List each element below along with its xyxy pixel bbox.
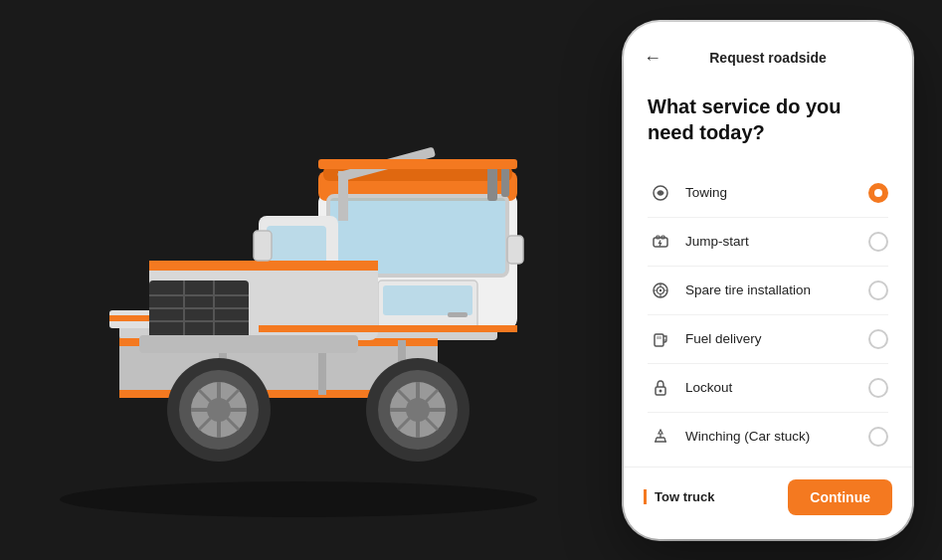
phone-mockup: ← Request roadside What service do you n… bbox=[624, 22, 912, 539]
truck-illustration bbox=[0, 0, 617, 560]
header-title: Request roadside bbox=[709, 50, 826, 66]
lockout-radio[interactable] bbox=[868, 378, 888, 398]
spare-tire-icon bbox=[648, 278, 673, 303]
lockout-icon bbox=[648, 375, 673, 401]
phone-main-content: What service do you need today? bbox=[624, 78, 912, 467]
vehicle-type-label: Tow truck bbox=[644, 489, 714, 504]
svg-point-71 bbox=[659, 389, 662, 392]
svg-rect-21 bbox=[149, 261, 378, 271]
phone-content-wrapper: ← Request roadside What service do you n… bbox=[624, 22, 912, 539]
towing-radio[interactable] bbox=[868, 183, 888, 203]
service-item-fuel[interactable]: Fuel delivery bbox=[648, 315, 888, 364]
lockout-label: Lockout bbox=[685, 380, 868, 395]
winching-label: Winching (Car stuck) bbox=[685, 429, 868, 444]
jumpstart-label: Jump-start bbox=[685, 234, 868, 249]
svg-rect-54 bbox=[318, 159, 517, 169]
svg-point-56 bbox=[659, 191, 662, 195]
fuel-label: Fuel delivery bbox=[685, 331, 868, 346]
svg-rect-51 bbox=[259, 325, 517, 332]
service-item-lockout[interactable]: Lockout bbox=[648, 364, 888, 413]
phone-frame: ← Request roadside What service do you n… bbox=[624, 22, 912, 539]
towing-label: Towing bbox=[685, 185, 868, 200]
fuel-radio[interactable] bbox=[868, 329, 888, 349]
svg-rect-48 bbox=[507, 236, 523, 264]
service-list: Towing bbox=[648, 169, 888, 461]
service-item-winching[interactable]: Winching (Car stuck) bbox=[648, 413, 888, 461]
question-title: What service do you need today? bbox=[648, 93, 888, 145]
svg-rect-16 bbox=[383, 285, 472, 315]
spare-tire-radio[interactable] bbox=[868, 280, 888, 300]
svg-rect-47 bbox=[254, 231, 272, 261]
service-item-spare-tire[interactable]: Spare tire installation bbox=[648, 267, 888, 315]
svg-rect-68 bbox=[657, 336, 661, 339]
jumpstart-icon bbox=[648, 229, 673, 255]
svg-rect-28 bbox=[139, 335, 358, 353]
towing-icon bbox=[648, 180, 673, 206]
svg-point-62 bbox=[659, 288, 661, 290]
back-button[interactable]: ← bbox=[644, 47, 661, 68]
winching-radio[interactable] bbox=[868, 427, 888, 447]
fuel-icon bbox=[648, 326, 673, 352]
svg-point-0 bbox=[60, 481, 537, 517]
continue-button[interactable]: Continue bbox=[788, 479, 892, 515]
spare-tire-label: Spare tire installation bbox=[685, 282, 868, 297]
svg-rect-17 bbox=[448, 312, 468, 317]
jumpstart-radio[interactable] bbox=[868, 232, 888, 252]
svg-rect-67 bbox=[655, 334, 663, 346]
scene: ← Request roadside What service do you n… bbox=[0, 0, 942, 560]
svg-rect-22 bbox=[149, 280, 249, 340]
phone-notch bbox=[723, 22, 813, 42]
winching-icon bbox=[648, 424, 673, 450]
phone-footer: Tow truck Continue bbox=[624, 467, 912, 539]
service-item-jumpstart[interactable]: Jump-start bbox=[648, 218, 888, 267]
service-item-towing[interactable]: Towing bbox=[648, 169, 888, 218]
